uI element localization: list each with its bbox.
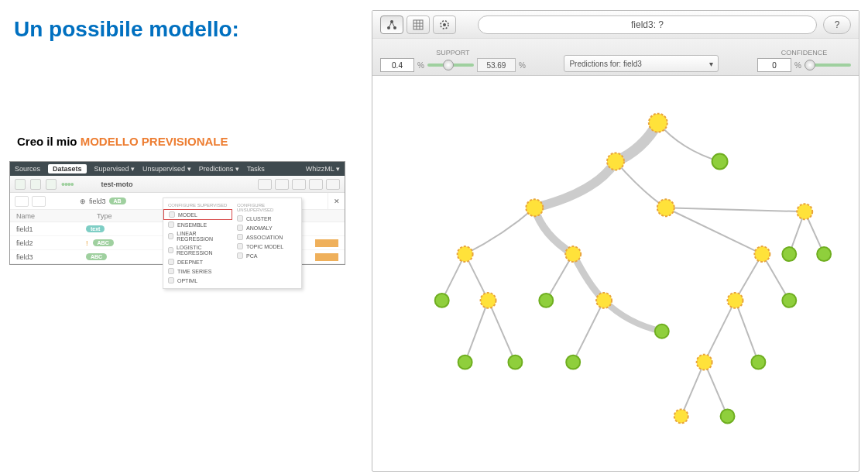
chevron-down-icon: ▾ xyxy=(709,60,713,68)
pca-icon xyxy=(237,252,243,259)
dd-ensemble[interactable]: ENSEMBLE xyxy=(163,220,232,229)
dd-anomaly[interactable]: ANOMALY xyxy=(232,223,301,232)
deepnet-icon xyxy=(168,259,174,265)
svg-point-18 xyxy=(481,293,496,308)
anomaly-icon xyxy=(237,225,243,231)
field-name: field2 xyxy=(16,239,86,247)
svg-point-26 xyxy=(782,247,796,261)
field-histogram xyxy=(315,239,338,247)
cluster-icon xyxy=(237,215,243,222)
table-view-icon xyxy=(413,19,424,30)
nav-tasks[interactable]: Tasks xyxy=(247,165,265,173)
svg-point-23 xyxy=(712,153,728,169)
support-label: SUPPORT xyxy=(436,49,469,57)
svg-point-12 xyxy=(526,199,543,216)
download-icon[interactable] xyxy=(292,179,306,190)
svg-point-29 xyxy=(458,356,472,369)
svg-point-25 xyxy=(539,294,553,307)
svg-point-17 xyxy=(797,204,812,219)
selected-field: field3 xyxy=(89,198,106,205)
tree-panel: field3: ? ? SUPPORT 0.4 % 53.69 % Predic… xyxy=(372,10,859,472)
nav-whizzml[interactable]: WhizzML ▾ xyxy=(306,165,340,173)
svg-point-16 xyxy=(754,246,770,262)
svg-point-14 xyxy=(458,246,473,262)
slider-knob[interactable] xyxy=(443,60,454,70)
svg-point-30 xyxy=(508,356,522,369)
sunburst-view-button[interactable] xyxy=(433,15,456,34)
table-view-button[interactable] xyxy=(407,15,430,34)
dd-model[interactable]: MODEL xyxy=(163,209,232,220)
dd-cluster[interactable]: CLUSTER xyxy=(232,214,301,223)
dd-topic-model[interactable]: TOPIC MODEL xyxy=(232,242,301,251)
predictions-select[interactable]: Predictions for: field3 ▾ xyxy=(564,55,719,72)
timeseries-icon xyxy=(168,268,174,274)
info-icon[interactable] xyxy=(326,179,340,190)
dd-linear-regression[interactable]: LINEAR REGRESSION xyxy=(163,229,232,243)
predictions-control: Predictions for: field3 ▾ xyxy=(533,46,750,72)
support-slider[interactable] xyxy=(427,64,474,67)
dd-time-series[interactable]: TIME SERIES xyxy=(163,266,232,276)
svg-point-28 xyxy=(782,294,796,307)
dd-optiml[interactable]: OPTIML xyxy=(163,276,232,285)
list-view-icon[interactable] xyxy=(15,196,29,207)
dataset-header: •••• test-moto xyxy=(10,176,345,193)
close-button[interactable]: ✕ xyxy=(328,193,345,209)
col-type: Type xyxy=(97,212,112,220)
svg-point-31 xyxy=(566,356,580,369)
association-icon xyxy=(237,234,243,240)
svg-point-32 xyxy=(655,325,669,338)
field-type-pill: ABC xyxy=(93,239,114,246)
nav-datasets[interactable]: Datasets xyxy=(48,164,87,173)
svg-point-15 xyxy=(565,246,581,262)
field-name: field3 xyxy=(16,253,86,261)
supervised-header: CONFIGURE SUPERVISED xyxy=(163,201,232,209)
field-histogram xyxy=(315,253,338,261)
support-input[interactable]: 0.4 xyxy=(380,58,414,72)
svg-point-27 xyxy=(817,247,831,261)
dataset-name: test-moto xyxy=(101,180,133,188)
path-display: field3: ? xyxy=(478,15,817,34)
nav-supervised[interactable]: Supervised ▾ xyxy=(94,165,136,173)
settings-icon[interactable] xyxy=(46,179,57,190)
dd-pca[interactable]: PCA xyxy=(232,251,301,260)
help-button[interactable]: ? xyxy=(823,15,851,34)
svg-point-13 xyxy=(657,199,674,216)
warning-icon: ! xyxy=(86,239,88,247)
nav-unsupervised[interactable]: Unsupervised ▾ xyxy=(142,165,191,173)
confidence-control: CONFIDENCE 0 % xyxy=(757,49,851,72)
nav-predictions[interactable]: Predictions ▾ xyxy=(199,165,239,173)
svg-point-8 xyxy=(443,23,446,26)
tree-controls: SUPPORT 0.4 % 53.69 % Predictions for: f… xyxy=(372,39,859,76)
branch-icon[interactable] xyxy=(30,179,41,190)
pct-label: % xyxy=(794,61,801,70)
nav-sources[interactable]: Sources xyxy=(15,165,40,173)
pct-label: % xyxy=(417,61,424,70)
code-icon[interactable] xyxy=(309,179,323,190)
histogram-icon[interactable] xyxy=(258,179,272,190)
cloud-upload-icon[interactable] xyxy=(15,179,26,190)
svg-point-10 xyxy=(649,114,667,132)
confidence-input[interactable]: 0 xyxy=(757,58,791,72)
confidence-slider[interactable] xyxy=(805,64,851,67)
scatter-icon[interactable] xyxy=(32,196,46,207)
svg-point-19 xyxy=(596,293,612,308)
subtitle-prefix: Creo il mio xyxy=(17,135,81,148)
tree-canvas[interactable] xyxy=(372,76,859,471)
predictions-label: Predictions for: field3 xyxy=(569,60,641,68)
optiml-icon xyxy=(168,277,174,283)
dd-logistic-regression[interactable]: LOGISTIC REGRESSION xyxy=(163,243,232,257)
view-switcher xyxy=(380,15,456,34)
ensemble-icon xyxy=(168,222,174,228)
slider-knob[interactable] xyxy=(805,60,815,70)
gear-dropdown-icon[interactable] xyxy=(275,179,289,190)
svg-point-24 xyxy=(435,294,449,307)
unsupervised-header: CONFIGURE UNSUPERVISED xyxy=(232,201,301,214)
pct-label: % xyxy=(519,61,526,70)
tree-top-bar: field3: ? ? xyxy=(372,11,859,39)
tree-view-button[interactable] xyxy=(380,15,403,34)
tree-view-icon xyxy=(386,19,398,30)
dd-association[interactable]: ASSOCIATION xyxy=(232,232,301,242)
configure-dropdown: CONFIGURE SUPERVISED MODEL ENSEMBLE LINE… xyxy=(163,198,302,289)
dd-deepnet[interactable]: DEEPNET xyxy=(163,257,232,266)
logistic-icon xyxy=(168,247,173,253)
